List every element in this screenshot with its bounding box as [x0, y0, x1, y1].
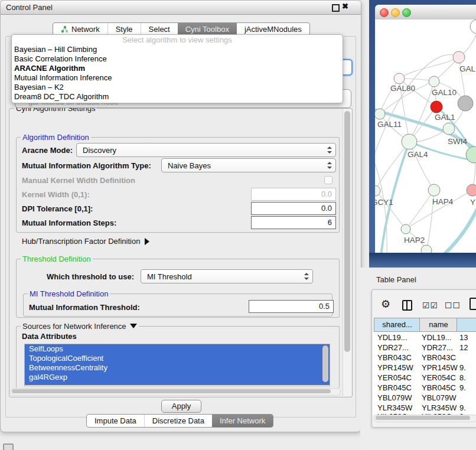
table-horizontal-scrollbar-thumb[interactable]: [376, 416, 470, 420]
node-gray[interactable]: [458, 96, 473, 111]
table-cell[interactable]: YBR045C: [422, 383, 456, 392]
table-cell[interactable]: YPR145W: [377, 363, 413, 372]
table-cell[interactable]: 8.: [459, 373, 466, 382]
network-edges-thick: [375, 107, 476, 253]
node-gal1[interactable]: [431, 101, 442, 113]
table-cell[interactable]: YDR27...: [422, 343, 453, 352]
tab-impute-data[interactable]: Impute Data: [87, 415, 144, 427]
network-window-titlebar[interactable]: [375, 5, 476, 20]
node-gal-top[interactable]: [453, 51, 465, 63]
node-label: GAL1: [435, 113, 455, 122]
tab-jactivemnodules[interactable]: jActiveMNodules: [237, 23, 309, 35]
table-cell[interactable]: 9.: [459, 383, 466, 392]
menu-item-bayesian-k2[interactable]: Bayesian – K2: [12, 83, 343, 92]
table-cell[interactable]: YBL079W: [377, 393, 412, 402]
unchecked-boxes-icon[interactable]: ☐☐: [445, 301, 461, 310]
menu-item-mutual-information[interactable]: Mutual Information Inference: [12, 73, 343, 83]
settings-vertical-scrollbar[interactable]: [343, 109, 351, 396]
node-gal10[interactable]: [429, 76, 439, 87]
mi-steps-field[interactable]: 6: [251, 216, 336, 229]
expanded-arrow-icon: [130, 324, 137, 328]
node-green-right[interactable]: [466, 146, 476, 163]
network-canvas[interactable]: GAL GAL80 GAL10 GAL1 GAL11 SWI4 GAL4 GCY…: [375, 19, 476, 253]
table-cell[interactable]: 9.: [459, 403, 466, 412]
list-item-topologicalcoefficient[interactable]: TopologicalCoefficient: [25, 354, 330, 363]
tab-network[interactable]: Network: [53, 23, 107, 35]
table-cell[interactable]: YDL19...: [377, 333, 407, 342]
table-cell[interactable]: YPR145W: [422, 363, 458, 372]
control-panel-titlebar[interactable]: Control Panel ✖: [1, 1, 361, 15]
apply-button[interactable]: Apply: [161, 400, 201, 413]
node-gal80[interactable]: [394, 73, 405, 84]
node-gal11[interactable]: [375, 109, 385, 119]
kernel-width-field[interactable]: 0.0: [251, 188, 336, 201]
list-item-partial[interactable]: [25, 382, 330, 385]
table-cell[interactable]: 13: [459, 333, 468, 342]
mi-type-label: Mutual Information Algorithm Type:: [22, 161, 151, 170]
float-window-icon[interactable]: [332, 4, 340, 12]
tab-cyni-toolbox[interactable]: Cyni Toolbox: [178, 23, 237, 35]
node-hap4[interactable]: [428, 184, 440, 196]
menu-item-dream8[interactable]: Dream8 DC_TDC Algorithm: [12, 92, 343, 102]
table-cell[interactable]: YDR27...: [377, 343, 409, 352]
table-cell[interactable]: YER054C: [422, 373, 456, 382]
table-cell[interactable]: YBR045C: [377, 383, 412, 392]
node-hap2[interactable]: [401, 224, 410, 234]
tab-select[interactable]: Select: [141, 23, 178, 35]
list-item-betweennesscentrality[interactable]: BetweennessCentrality: [25, 363, 330, 373]
sources-group-title[interactable]: Sources for Network Inference: [21, 322, 139, 331]
close-icon[interactable]: ✖: [342, 2, 348, 11]
table-cell[interactable]: YER054C: [377, 373, 412, 382]
table-cell[interactable]: 9.: [459, 363, 466, 372]
page-icon[interactable]: [470, 298, 476, 310]
mi-steps-label: Mutual Information Steps:: [22, 219, 116, 227]
collapsed-panel-icon[interactable]: [3, 444, 14, 450]
column-header-partial[interactable]: [457, 318, 476, 332]
which-threshold-combo[interactable]: MI Threshold: [141, 269, 313, 283]
attributes-scrollbar-thumb[interactable]: [322, 345, 328, 382]
aracne-mode-value: Discovery: [77, 146, 327, 155]
settings-vertical-scrollbar-thumb[interactable]: [344, 111, 350, 352]
table-cell[interactable]: YBL079W: [422, 393, 457, 402]
node-pink-right[interactable]: [467, 184, 476, 196]
table-cell[interactable]: YLR345W: [377, 403, 412, 412]
collapsed-arrow-icon: [145, 238, 149, 245]
gear-icon[interactable]: ⚙: [381, 298, 390, 311]
aracne-mode-combo[interactable]: Discovery: [76, 143, 336, 157]
tab-discretize-data[interactable]: Discretize Data: [144, 415, 212, 427]
table-cell[interactable]: YBR043C: [377, 353, 412, 362]
settings-horizontal-scrollbar[interactable]: [10, 388, 341, 396]
close-traffic-icon[interactable]: [380, 8, 389, 17]
node-gcy1[interactable]: [375, 185, 380, 196]
tab-style[interactable]: Style: [107, 23, 141, 35]
table-cell[interactable]: YBR043C: [422, 353, 456, 362]
menu-item-bayesian-hill-climbing[interactable]: Bayesian – Hill Climbing: [12, 45, 343, 54]
tab-infer-network[interactable]: Infer Network: [212, 415, 273, 427]
table-cell[interactable]: 12: [459, 343, 468, 352]
manual-kernel-checkbox[interactable]: [324, 176, 332, 184]
list-item-selfloops[interactable]: SelfLoops: [25, 344, 330, 354]
column-header-name[interactable]: name: [419, 318, 458, 332]
node-swi4[interactable]: [443, 123, 455, 135]
mi-type-combo[interactable]: Naive Bayes: [161, 158, 336, 172]
minimize-traffic-icon[interactable]: [391, 8, 400, 17]
dpi-tolerance-field[interactable]: 0.0: [251, 202, 336, 215]
node-partial-bottom[interactable]: [421, 245, 432, 253]
split-columns-icon[interactable]: [402, 300, 412, 311]
list-item-gal4rgexp[interactable]: gal4RGexp: [25, 373, 330, 382]
settings-horizontal-scrollbar-thumb[interactable]: [12, 389, 331, 393]
network-window-bottom-frame: [369, 253, 476, 268]
zoom-traffic-icon[interactable]: [402, 8, 411, 17]
table-cell[interactable]: YDL19...: [422, 333, 452, 342]
menu-item-basic-correlation[interactable]: Basic Correlation Inference: [12, 54, 343, 64]
table-cell[interactable]: YLR345W: [422, 403, 457, 412]
table-horizontal-scrollbar[interactable]: [374, 415, 476, 422]
hub-definition-toggle[interactable]: Hub/Transcription Factor Definition: [22, 237, 149, 246]
column-header-shared-name[interactable]: shared...: [374, 318, 420, 332]
menu-item-aracne[interactable]: ARACNE Algorithm: [12, 64, 343, 73]
mi-threshold-field[interactable]: 0.5: [249, 300, 334, 313]
node-label: Y: [470, 198, 475, 207]
node-partial-top[interactable]: [470, 19, 476, 34]
checked-boxes-icon[interactable]: ☑☑: [422, 301, 438, 310]
node-gal4[interactable]: [402, 134, 417, 149]
